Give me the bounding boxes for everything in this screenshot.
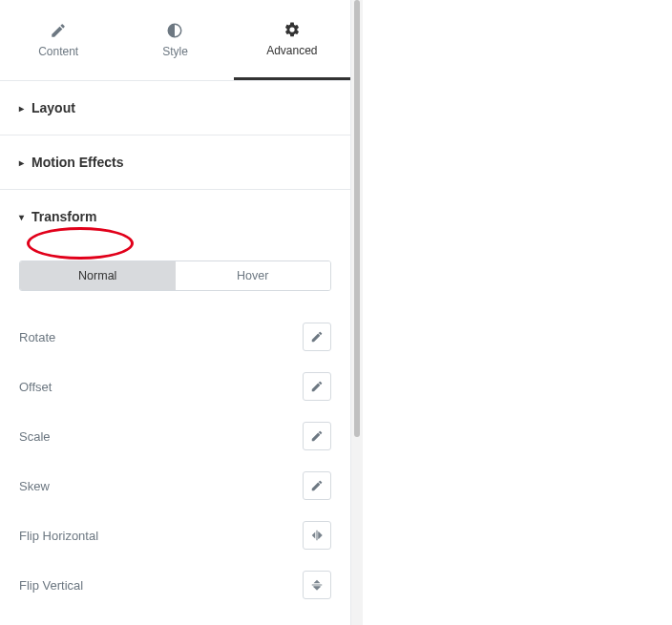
tab-content-label: Content (38, 45, 78, 58)
prop-flip-vertical-label: Flip Vertical (19, 578, 303, 593)
prop-scale-row: Scale (19, 411, 331, 461)
tab-advanced-label: Advanced (266, 44, 317, 57)
prop-rotate-row: Rotate (19, 312, 331, 362)
scrollbar-thumb[interactable] (354, 0, 360, 437)
state-toggle: Normal Hover (19, 260, 331, 291)
prop-flip-vertical-row: Flip Vertical (19, 560, 331, 610)
prop-skew-row: Skew (19, 461, 331, 510)
section-motion-effects-label: Motion Effects (32, 155, 123, 170)
section-transform-label: Transform (32, 209, 96, 224)
caret-right-icon (19, 157, 24, 168)
tab-advanced[interactable]: Advanced (234, 0, 350, 80)
transform-panel: Normal Hover Rotate Offset Scale Skew (0, 243, 350, 619)
prop-offset-label: Offset (19, 380, 303, 394)
pencil-icon (50, 22, 67, 39)
edit-offset-button[interactable] (303, 372, 331, 401)
edit-scale-button[interactable] (303, 422, 331, 450)
flip-horizontal-button[interactable] (303, 521, 331, 550)
flip-vertical-button[interactable] (303, 571, 331, 599)
settings-sidebar: Content Style Advanced Layout Motion Eff… (0, 0, 351, 625)
caret-down-icon (19, 212, 24, 222)
editor-canvas: strike Click here (363, 0, 672, 625)
pencil-icon (310, 330, 324, 344)
flip-vertical-icon (310, 578, 324, 592)
prop-flip-horizontal-label: Flip Horizontal (19, 529, 303, 543)
tab-style-label: Style (162, 45, 188, 58)
edit-skew-button[interactable] (303, 471, 331, 500)
caret-right-icon (19, 103, 24, 114)
prop-scale-label: Scale (19, 429, 303, 444)
section-motion-effects[interactable]: Motion Effects (0, 135, 350, 190)
pencil-icon (310, 479, 324, 492)
section-transform[interactable]: Transform (0, 190, 350, 243)
gear-icon (284, 21, 301, 38)
prop-rotate-label: Rotate (19, 330, 303, 344)
section-layout-label: Layout (32, 100, 75, 115)
tab-style[interactable]: Style (116, 0, 233, 80)
tab-content[interactable]: Content (0, 0, 116, 80)
edit-rotate-button[interactable] (303, 323, 331, 351)
section-layout[interactable]: Layout (0, 81, 350, 135)
sidebar-scrollbar[interactable] (351, 0, 363, 625)
pencil-icon (310, 429, 324, 443)
settings-tabs: Content Style Advanced (0, 0, 350, 81)
prop-flip-horizontal-row: Flip Horizontal (19, 510, 331, 560)
flip-horizontal-icon (310, 529, 324, 542)
prop-offset-row: Offset (19, 362, 331, 411)
pencil-icon (310, 380, 324, 393)
state-normal[interactable]: Normal (20, 261, 176, 290)
contrast-icon (166, 22, 183, 39)
prop-skew-label: Skew (19, 479, 303, 493)
state-hover[interactable]: Hover (176, 261, 331, 290)
